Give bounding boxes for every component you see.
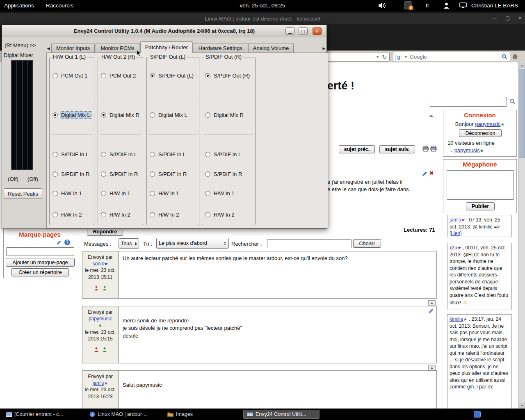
next-topic-button[interactable]: sujet suiv. [379,145,415,153]
url-bar[interactable]: ▼ ↻ [327,52,390,62]
menu-applications[interactable]: Applications [2,0,37,11]
reply-button[interactable]: Répondre [87,228,123,236]
google-search-bar[interactable]: g ▼ [393,52,510,62]
browser-maximize-icon[interactable]: ▢ [504,15,512,21]
radio-icon[interactable] [150,112,155,118]
close-icon[interactable]: ✕ [313,27,322,35]
tab-patchbay-router[interactable]: Patchbay / Router [140,41,193,53]
radio-icon[interactable] [205,191,210,196]
edit-post-icon[interactable] [422,171,428,177]
scrollbar-thumb[interactable] [519,69,525,158]
session-monitor-icon[interactable] [459,2,467,9]
radio-option[interactable]: H/W In 2 [101,211,131,218]
user-name[interactable]: Christian LE BARS [469,0,520,11]
online-user-link[interactable]: papymusic [454,147,480,153]
volume-icon[interactable] [378,2,386,9]
browser-close-icon[interactable]: ✕ [516,15,524,21]
radio-option[interactable]: H/W In 2 [52,211,83,218]
reload-icon[interactable]: ↻ [382,54,387,60]
forum-search-input[interactable] [267,239,352,248]
radio-icon[interactable] [205,73,210,78]
keyboard-layout-indicator[interactable]: fr [423,0,431,11]
radio-option[interactable]: S/PDIF In R [101,171,139,178]
notification-icon[interactable]: 6 [404,1,412,9]
search-magnifier-icon[interactable] [502,54,508,60]
radio-option[interactable]: H/W In 1 [205,190,235,197]
edit-icon[interactable] [56,240,62,245]
prev-topic-button[interactable]: sujet préc. [339,145,375,153]
radio-icon[interactable] [205,152,210,157]
radio-icon[interactable] [52,152,58,157]
radio-icon[interactable] [150,191,155,196]
megaphone-textarea[interactable] [447,170,514,200]
tab-scroll-left-icon[interactable]: ◀ [46,44,51,53]
panel-collapse-icon[interactable]: ◂▸ [429,113,434,119]
author-link[interactable]: sonik [93,261,104,267]
choose-button[interactable]: Choisir [353,239,381,248]
create-folder-button[interactable]: Créer un répertoire [11,268,69,276]
site-search-input[interactable] [430,97,507,107]
task-mail[interactable]: [Courrier entrant - c... [2,410,80,419]
print-alt-icon[interactable] [430,146,437,152]
radio-option[interactable]: S/PDIF In R [52,171,90,178]
radio-option[interactable]: S/PDIF In L [205,151,242,158]
menu-raccourcis[interactable]: Raccourcis [43,0,76,11]
radio-icon[interactable] [150,171,155,177]
logout-button[interactable]: Déconnexion [459,129,502,137]
radio-option[interactable]: S/PDIF In R [150,171,187,178]
browser-scrollbar[interactable]: ▲ ▼ [518,62,525,409]
scrollbar-up-icon[interactable]: ▲ [519,63,525,68]
task-browser[interactable]: Linux MAO | ardour ... [86,410,160,419]
author-link[interactable]: papymusic [89,316,112,322]
browser-minimize-icon[interactable]: ─ [491,15,499,21]
home-icon[interactable] [512,53,518,59]
shout-link[interactable]: [Lien] [450,231,461,236]
radio-option[interactable]: S/PDIF In L [52,151,89,158]
radio-option[interactable]: H/W In 2 [205,211,235,218]
tray-icon[interactable] [474,411,481,418]
radio-option[interactable]: H/W In 1 [101,190,131,197]
site-search-magnifier-icon[interactable] [509,98,516,105]
radio-icon[interactable] [150,152,155,157]
radio-icon[interactable] [101,73,106,78]
radio-option[interactable]: PCM Out 2 [101,72,137,79]
radio-icon[interactable] [52,112,58,118]
scrollbar-down-icon[interactable]: ▼ [519,403,525,408]
radio-option[interactable]: Digital Mix L [150,112,188,119]
tab-hardware-settings[interactable]: Hardware Settings [194,43,247,53]
radio-option[interactable]: H/W In 2 [150,211,180,218]
mixer-fader-left[interactable] [12,61,22,169]
radio-option[interactable]: Digital Mix R [101,112,140,119]
logged-user-link[interactable]: papymusic [475,121,500,127]
radio-icon[interactable] [101,212,106,217]
radio-icon[interactable] [101,112,106,118]
clock[interactable]: ven. 25 oct., 09:25 [237,0,288,11]
radio-icon[interactable] [150,212,155,217]
tab-analog-volume[interactable]: Analog Volume [248,43,294,53]
tab-monitor-inputs[interactable]: Monitor Inputs [51,43,95,53]
radio-icon[interactable] [52,73,58,78]
urlbar-dropdown-icon[interactable]: ▼ [376,55,379,59]
shout-author-link[interactable]: xzu [450,245,457,251]
radio-icon[interactable] [101,191,106,196]
radio-option[interactable]: Digital Mix L [52,112,91,119]
browser-titlebar[interactable]: Linux MAO | ardour est devenu muet - Ice… [0,13,525,24]
google-search-input[interactable] [410,54,502,60]
radio-option[interactable]: H/W In 1 [150,190,180,197]
radio-option[interactable]: PCM Out 1 [52,72,88,79]
radio-option[interactable]: S/PDIF Out (R) [205,72,251,79]
messages-filter-select[interactable]: Tous ▲▼ [119,238,139,249]
reset-peaks-button[interactable]: Reset Peaks [4,188,42,199]
radio-option[interactable]: Digital Mix R [205,112,244,119]
radio-icon[interactable] [205,171,210,177]
radio-option[interactable]: S/PDIF In L [150,151,187,158]
search-engine-dropdown-icon[interactable]: ▼ [404,55,408,59]
print-icon[interactable] [422,146,429,152]
radio-icon[interactable] [205,112,210,118]
task-images[interactable]: Images [164,410,200,419]
bookmark-name-input[interactable] [6,247,74,256]
envy24-titlebar[interactable]: Envy24 Control Utility 1.0.4 (M Audio Au… [2,25,326,37]
radio-option[interactable]: S/PDIF In R [205,171,243,178]
delete-post-icon[interactable]: ✖ [429,170,434,176]
user-icon[interactable] [443,2,450,9]
